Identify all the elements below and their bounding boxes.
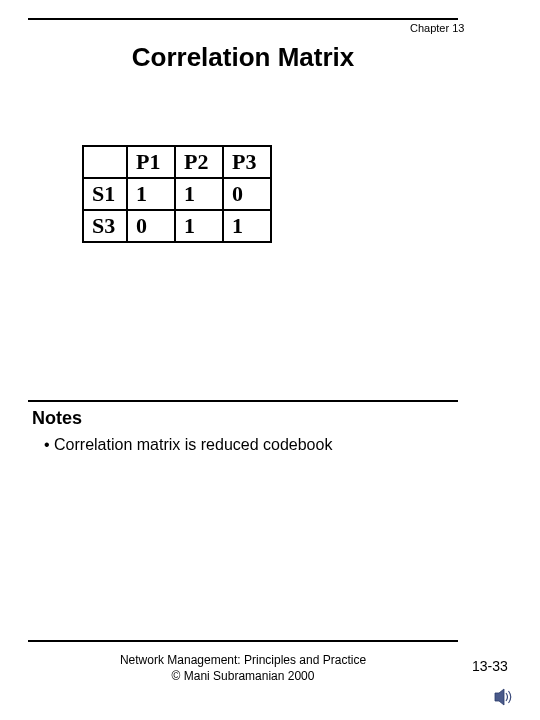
table-cell: 0 xyxy=(223,178,271,210)
table-cell: 1 xyxy=(175,178,223,210)
table-cell: P1 xyxy=(127,146,175,178)
table-cell: 0 xyxy=(127,210,175,242)
footer-text: Network Management: Principles and Pract… xyxy=(28,652,458,684)
table-cell: 1 xyxy=(223,210,271,242)
notes-bullet: • Correlation matrix is reduced codebook xyxy=(44,436,332,454)
table-cell: 1 xyxy=(127,178,175,210)
bottom-rule xyxy=(28,640,458,642)
correlation-matrix-table: P1 P2 P3 S1 1 1 0 S3 0 1 1 xyxy=(82,145,272,243)
footer-line-1: Network Management: Principles and Pract… xyxy=(120,653,366,667)
table-cell: P2 xyxy=(175,146,223,178)
table-row: S1 1 1 0 xyxy=(83,178,271,210)
slide-title: Correlation Matrix xyxy=(28,42,458,73)
footer-line-2: © Mani Subramanian 2000 xyxy=(172,669,315,683)
svg-marker-0 xyxy=(495,689,504,705)
notes-heading: Notes xyxy=(32,408,82,429)
table-row: P1 P2 P3 xyxy=(83,146,271,178)
table-cell: S3 xyxy=(83,210,127,242)
table-cell: P3 xyxy=(223,146,271,178)
mid-rule xyxy=(28,400,458,402)
speaker-icon xyxy=(494,688,516,706)
page-number: 13-33 xyxy=(472,658,508,674)
table-cell: 1 xyxy=(175,210,223,242)
chapter-label: Chapter 13 xyxy=(410,22,464,34)
table-cell: S1 xyxy=(83,178,127,210)
table-row: S3 0 1 1 xyxy=(83,210,271,242)
top-rule xyxy=(28,18,458,20)
table-cell xyxy=(83,146,127,178)
